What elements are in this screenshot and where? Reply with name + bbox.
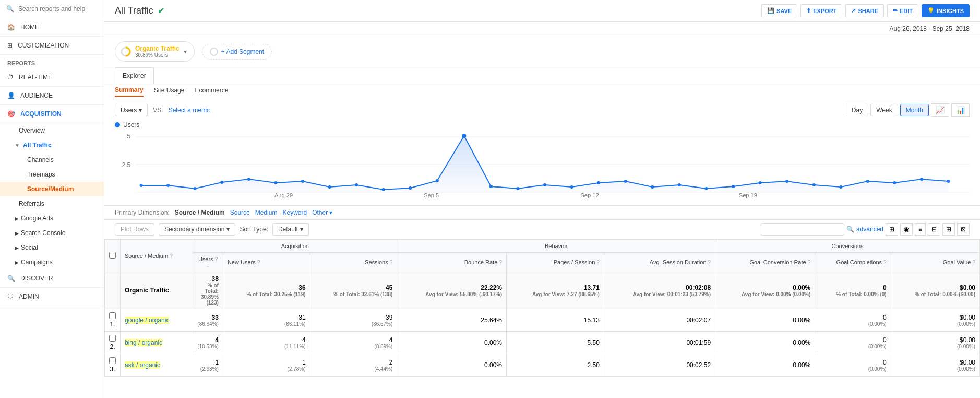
sidebar-item-admin[interactable]: 🛡 ADMIN — [0, 288, 104, 306]
line-chart-button[interactable]: 📈 — [931, 103, 949, 117]
help-icon-gcr[interactable]: ? — [808, 260, 811, 265]
dim-source-medium[interactable]: Source / Medium — [175, 209, 225, 216]
primary-dimension-label: Primary Dimension: — [115, 209, 170, 216]
users-col-header[interactable]: Users ? ↓ — [193, 253, 223, 272]
dim-other[interactable]: Other ▾ — [312, 209, 332, 216]
insights-button[interactable]: 💡 INSIGHTS — [922, 4, 970, 17]
sidebar-sub-channels[interactable]: Channels — [0, 153, 104, 167]
sort-default-label: Default — [278, 226, 298, 233]
add-segment-label: + Add Segment — [221, 48, 264, 55]
customization-icon: ⊞ — [7, 42, 13, 49]
goal-comp-col-header[interactable]: Goal Completions ? — [815, 253, 891, 272]
table-search-input[interactable] — [761, 223, 844, 236]
total-avg-session: 00:02:08 Avg for View: 00:01:23 (53.79%) — [604, 272, 715, 309]
week-button[interactable]: Week — [870, 104, 898, 116]
sidebar-item-acquisition[interactable]: 🎯 ACQUISITION — [0, 105, 104, 123]
avg-session-col-header[interactable]: Avg. Session Duration ? — [604, 253, 715, 272]
help-icon-new-users[interactable]: ? — [257, 260, 260, 265]
bar-chart-button[interactable]: 📊 — [951, 103, 970, 117]
new-users-col-header[interactable]: New Users ? — [223, 253, 310, 272]
row2-sessions: 4 (8.89%) — [310, 332, 397, 354]
dim-source[interactable]: Source — [230, 209, 250, 216]
performance-view-button[interactable]: ≡ — [915, 223, 926, 236]
advanced-link[interactable]: advanced — [856, 226, 883, 233]
bounce-rate-col-header[interactable]: Bounce Rate ? — [397, 253, 507, 272]
segment-chip-organic[interactable]: Organic Traffic 30.89% Users ▾ — [115, 41, 195, 62]
sidebar-item-audience[interactable]: 👤 AUDIENCE — [0, 87, 104, 105]
row1-checkbox[interactable] — [109, 312, 116, 319]
help-icon-gv[interactable]: ? — [972, 260, 975, 265]
comparison-view-button[interactable]: ⊟ — [928, 223, 940, 236]
svg-point-22 — [462, 134, 466, 138]
insights-label: INSIGHTS — [937, 8, 964, 14]
month-button[interactable]: Month — [900, 104, 929, 116]
users-metric-button[interactable]: Users ▾ — [115, 104, 148, 116]
sidebar-sub-overview[interactable]: Overview — [0, 123, 104, 138]
sidebar-sub-source-medium[interactable]: Source/Medium — [0, 182, 104, 196]
save-button[interactable]: 💾 SAVE — [761, 4, 797, 17]
help-icon-sessions[interactable]: ? — [390, 260, 393, 265]
source-medium-header[interactable]: Source / Medium ? — [121, 240, 193, 272]
dim-medium[interactable]: Medium — [255, 209, 278, 216]
sort-default-button[interactable]: Default ▾ — [272, 223, 309, 236]
row3-goal-value: $0.00 (0.00%) — [891, 354, 979, 377]
sidebar-item-discover[interactable]: 🔍 DISCOVER — [0, 270, 104, 288]
lifetime-view-button[interactable]: ⊠ — [957, 223, 970, 236]
sidebar-item-home[interactable]: 🏠 HOME — [0, 18, 104, 37]
tab-explorer[interactable]: Explorer — [115, 67, 154, 84]
sidebar-sub-social[interactable]: ▶ Social — [0, 240, 104, 255]
row2-checkbox[interactable] — [109, 335, 116, 342]
goal-conv-col-header[interactable]: Goal Conversion Rate ? — [715, 253, 815, 272]
help-icon-sm[interactable]: ? — [170, 253, 173, 259]
pivot-view-button[interactable]: ⊞ — [942, 223, 955, 236]
search-bar[interactable]: 🔍 Search reports and help — [0, 0, 104, 18]
svg-text:2.5: 2.5 — [122, 161, 130, 169]
add-segment-button[interactable]: + Add Segment — [202, 44, 272, 60]
row3-source[interactable]: ask / organic — [121, 354, 193, 377]
row3-checkbox[interactable] — [109, 357, 116, 364]
help-icon-gc[interactable]: ? — [883, 260, 887, 265]
sidebar-sub-treemaps[interactable]: Treemaps — [0, 167, 104, 182]
day-button[interactable]: Day — [846, 104, 868, 116]
tab-ecommerce[interactable]: Ecommerce — [195, 87, 228, 96]
svg-point-17 — [328, 185, 331, 189]
sidebar-sub-campaigns[interactable]: ▶ Campaigns — [0, 255, 104, 270]
segment-sublabel: 30.89% Users — [135, 52, 180, 58]
sidebar-sub-all-traffic[interactable]: ▼ All Traffic — [0, 138, 104, 153]
row2-source[interactable]: bing / organic — [121, 332, 193, 354]
svg-point-34 — [785, 180, 788, 183]
sidebar-sub-referrals[interactable]: Referrals — [0, 196, 104, 211]
share-button[interactable]: ↗ SHARE — [845, 4, 884, 17]
admin-icon: 🛡 — [7, 293, 14, 300]
sort-users-arrow[interactable]: ↓ — [207, 263, 209, 268]
sidebar-item-realtime[interactable]: ⏱ REAL-TIME — [0, 68, 104, 87]
date-range[interactable]: Aug 26, 2018 - Sep 25, 2018 — [104, 22, 980, 36]
pages-session-col-header[interactable]: Pages / Session ? — [506, 253, 604, 272]
tab-site-usage[interactable]: Site Usage — [154, 87, 185, 96]
help-icon-ps[interactable]: ? — [596, 260, 600, 265]
sessions-col-header[interactable]: Sessions ? — [310, 253, 397, 272]
sidebar-item-customization[interactable]: ⊞ CUSTOMIZATION — [0, 37, 104, 55]
row1-source[interactable]: google / organic — [121, 309, 193, 332]
svg-point-13 — [220, 181, 223, 184]
sidebar-sub-search-console[interactable]: ▶ Search Console — [0, 226, 104, 240]
row3-new-users: 1 (2.78%) — [223, 354, 310, 377]
segment-dropdown-icon[interactable]: ▾ — [184, 48, 187, 55]
export-button[interactable]: ⬆ EXPORT — [800, 4, 842, 17]
edit-button[interactable]: ✏ EDIT — [887, 4, 918, 17]
secondary-dimension-button[interactable]: Secondary dimension ▾ — [159, 223, 235, 236]
sidebar-sub-google-ads[interactable]: ▶ Google Ads — [0, 211, 104, 226]
help-icon-users[interactable]: ? — [215, 256, 218, 262]
select-metric-link[interactable]: Select a metric — [169, 107, 210, 114]
goal-value-col-header[interactable]: Goal Value ? — [891, 253, 979, 272]
help-icon-asd[interactable]: ? — [708, 260, 711, 265]
svg-text:5: 5 — [127, 133, 131, 140]
dim-keyword[interactable]: Keyword — [282, 209, 307, 216]
data-table-view-button[interactable]: ⊞ — [886, 223, 898, 236]
select-all-checkbox[interactable] — [109, 252, 116, 259]
tab-summary[interactable]: Summary — [115, 86, 144, 97]
table-row: 1. google / organic 33 (86.84%) 31 (86.1… — [105, 309, 980, 332]
help-icon-br[interactable]: ? — [499, 260, 502, 265]
pie-chart-view-button[interactable]: ◉ — [900, 223, 913, 236]
plot-rows-button[interactable]: Plot Rows — [115, 223, 154, 236]
